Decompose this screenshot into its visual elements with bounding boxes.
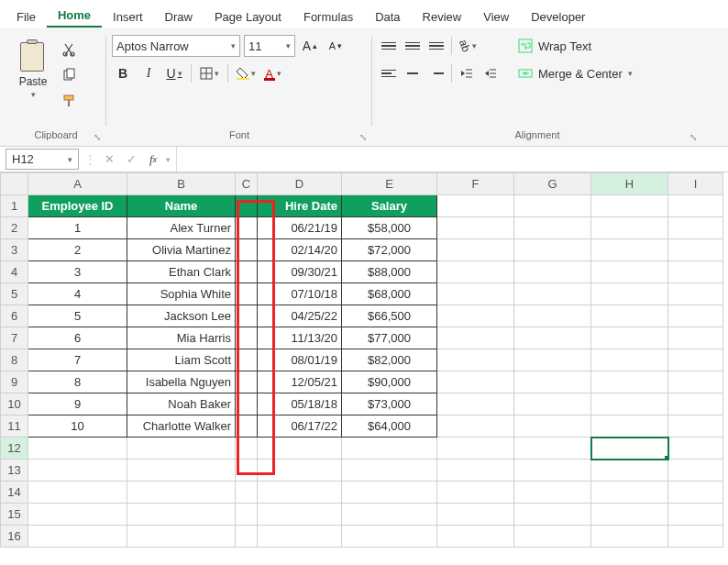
align-right-button[interactable]: [425, 62, 447, 84]
cell-D12[interactable]: [258, 438, 342, 460]
cell-F11[interactable]: [437, 415, 514, 438]
column-header-B[interactable]: B: [127, 173, 236, 195]
column-header-H[interactable]: H: [591, 173, 668, 195]
cell-C12[interactable]: [236, 438, 258, 460]
cell-H1[interactable]: [591, 195, 668, 217]
cell-G15[interactable]: [514, 504, 591, 526]
cell-F8[interactable]: [437, 349, 514, 371]
wrap-text-button[interactable]: ab Wrap Text: [513, 35, 638, 57]
cell-H5[interactable]: [591, 283, 668, 305]
cell-G4[interactable]: [514, 261, 591, 283]
cell-D11[interactable]: 06/17/22: [258, 415, 342, 438]
cell-G14[interactable]: [514, 482, 591, 504]
cell-G16[interactable]: [514, 526, 591, 548]
row-header-4[interactable]: 4: [1, 261, 28, 283]
cell-H13[interactable]: [591, 460, 668, 482]
font-color-button[interactable]: A ▾: [262, 62, 284, 84]
cell-F6[interactable]: [437, 305, 514, 327]
cut-button[interactable]: [59, 40, 79, 59]
cell-E2[interactable]: $58,000: [342, 217, 437, 239]
paste-button[interactable]: Paste ▾: [11, 37, 55, 110]
cell-D10[interactable]: 05/18/18: [258, 393, 342, 415]
align-center-button[interactable]: [402, 62, 424, 84]
cell-F1[interactable]: [437, 195, 514, 217]
cell-A2[interactable]: 1: [28, 217, 127, 239]
cell-C10[interactable]: [236, 393, 258, 415]
cell-C8[interactable]: [236, 349, 258, 371]
tab-view[interactable]: View: [472, 5, 520, 28]
cell-B2[interactable]: Alex Turner: [127, 217, 236, 239]
cell-E4[interactable]: $88,000: [342, 261, 437, 283]
italic-button[interactable]: I: [138, 62, 160, 84]
cell-D5[interactable]: 07/10/18: [258, 283, 342, 305]
cell-F4[interactable]: [437, 261, 514, 283]
bold-button[interactable]: B: [112, 62, 134, 84]
cell-D2[interactable]: 06/21/19: [258, 217, 342, 239]
cell-F5[interactable]: [437, 283, 514, 305]
tab-developer[interactable]: Developer: [520, 5, 596, 28]
cell-H2[interactable]: [591, 217, 668, 239]
cell-B12[interactable]: [127, 438, 236, 460]
row-header-2[interactable]: 2: [1, 217, 28, 239]
cell-D14[interactable]: [258, 482, 342, 504]
cell-C4[interactable]: [236, 261, 258, 283]
cell-B4[interactable]: Ethan Clark: [127, 261, 236, 283]
cell-A11[interactable]: 10: [28, 415, 127, 438]
cell-A6[interactable]: 5: [28, 305, 127, 327]
tab-home[interactable]: Home: [47, 3, 102, 28]
cell-F3[interactable]: [437, 239, 514, 261]
cell-H3[interactable]: [591, 239, 668, 261]
cell-G1[interactable]: [514, 195, 591, 217]
cell-C14[interactable]: [236, 482, 258, 504]
cell-A8[interactable]: 7: [28, 349, 127, 371]
cell-A3[interactable]: 2: [28, 239, 127, 261]
cell-A10[interactable]: 9: [28, 393, 127, 415]
cell-D4[interactable]: 09/30/21: [258, 261, 342, 283]
cell-I11[interactable]: [668, 415, 723, 438]
cell-G7[interactable]: [514, 327, 591, 349]
cell-I12[interactable]: [668, 438, 723, 460]
cell-G3[interactable]: [514, 239, 591, 261]
cell-I10[interactable]: [668, 393, 723, 415]
cell-A4[interactable]: 3: [28, 261, 127, 283]
cancel-formula-button[interactable]: ✕: [100, 150, 118, 169]
cell-I9[interactable]: [668, 371, 723, 393]
cell-D1[interactable]: Hire Date: [258, 195, 342, 217]
cell-C13[interactable]: [236, 460, 258, 482]
cell-H12[interactable]: [591, 438, 668, 460]
cell-G12[interactable]: [514, 438, 591, 460]
cell-G2[interactable]: [514, 217, 591, 239]
decrease-font-button[interactable]: A▾: [325, 35, 347, 57]
cell-E13[interactable]: [342, 460, 437, 482]
cell-G13[interactable]: [514, 460, 591, 482]
cell-I8[interactable]: [668, 349, 723, 371]
cell-H14[interactable]: [591, 482, 668, 504]
insert-function-button[interactable]: fx: [144, 150, 162, 169]
cell-I4[interactable]: [668, 261, 723, 283]
format-painter-button[interactable]: [59, 92, 79, 110]
cell-C9[interactable]: [236, 371, 258, 393]
cell-E12[interactable]: [342, 438, 437, 460]
dialog-launcher-icon[interactable]: ⤡: [359, 132, 367, 142]
cell-B14[interactable]: [127, 482, 236, 504]
tab-data[interactable]: Data: [364, 5, 411, 28]
cell-F2[interactable]: [437, 217, 514, 239]
cell-F9[interactable]: [437, 371, 514, 393]
cell-B16[interactable]: [127, 526, 236, 548]
row-header-10[interactable]: 10: [1, 393, 28, 415]
row-header-8[interactable]: 8: [1, 349, 28, 371]
row-header-12[interactable]: 12: [1, 438, 28, 460]
cell-E8[interactable]: $82,000: [342, 349, 437, 371]
row-header-5[interactable]: 5: [1, 283, 28, 305]
cell-I15[interactable]: [668, 504, 723, 526]
cell-G9[interactable]: [514, 371, 591, 393]
cell-G5[interactable]: [514, 283, 591, 305]
cell-G6[interactable]: [514, 305, 591, 327]
cell-H4[interactable]: [591, 261, 668, 283]
cell-E1[interactable]: Salary: [342, 195, 437, 217]
cell-A14[interactable]: [28, 482, 127, 504]
cell-E5[interactable]: $68,000: [342, 283, 437, 305]
cell-I1[interactable]: [668, 195, 723, 217]
cell-G8[interactable]: [514, 349, 591, 371]
cell-C1[interactable]: [236, 195, 258, 217]
